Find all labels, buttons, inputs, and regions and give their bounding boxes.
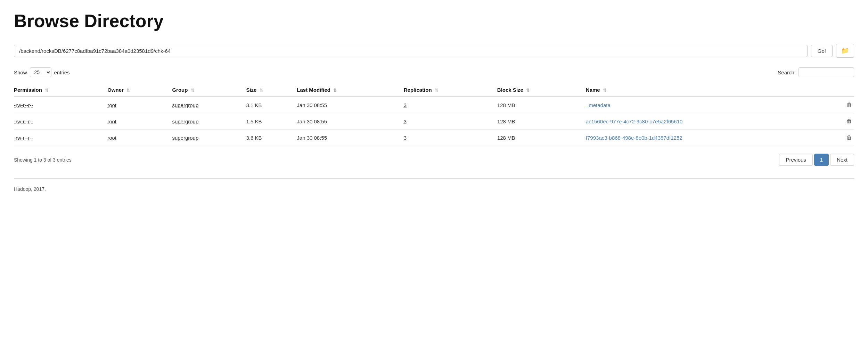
cell-owner: root — [107, 97, 172, 113]
path-input[interactable] — [14, 45, 808, 57]
table-row: -rw-r--r--rootsupergroup3.1 KBJan 30 08:… — [14, 97, 854, 113]
sort-icon-group[interactable]: ⇅ — [191, 88, 194, 93]
col-block-size: Block Size ⇅ — [497, 83, 586, 97]
cell-size: 3.6 KB — [246, 130, 297, 146]
col-replication: Replication ⇅ — [404, 83, 497, 97]
next-button[interactable]: Next — [830, 154, 854, 166]
cell-group-value: supergroup — [172, 119, 198, 124]
sort-icon-block-size[interactable]: ⇅ — [526, 88, 530, 93]
files-table: Permission ⇅ Owner ⇅ Group ⇅ Size ⇅ Last… — [14, 83, 854, 146]
sort-icon-name[interactable]: ⇅ — [603, 88, 606, 93]
cell-owner-value: root — [107, 135, 116, 141]
file-name-link[interactable]: f7993ac3-b868-498e-8e0b-1d4387df1252 — [586, 135, 682, 141]
cell-replication: 3 — [404, 97, 497, 113]
delete-button[interactable]: 🗑 — [844, 117, 854, 125]
footer-divider — [14, 178, 854, 179]
page-title: Browse Directory — [14, 10, 854, 31]
showing-text: Showing 1 to 3 of 3 entries — [14, 157, 72, 163]
col-group: Group ⇅ — [172, 83, 246, 97]
col-actions — [830, 83, 854, 97]
sort-icon-owner[interactable]: ⇅ — [126, 88, 130, 93]
path-row: Go! 📁 — [14, 44, 854, 58]
cell-block_size: 128 MB — [497, 130, 586, 146]
cell-name: _metadata — [586, 97, 830, 113]
sort-icon-permission[interactable]: ⇅ — [45, 88, 48, 93]
file-name-link[interactable]: ac1560ec-977e-4c72-9c80-c7e5a2f65610 — [586, 119, 683, 124]
col-last-modified: Last Modified ⇅ — [297, 83, 403, 97]
pagination-row: Showing 1 to 3 of 3 entries Previous 1 N… — [14, 154, 854, 166]
cell-permission: -rw-r--r-- — [14, 113, 107, 130]
previous-button[interactable]: Previous — [779, 154, 812, 166]
col-size: Size ⇅ — [246, 83, 297, 97]
entries-select[interactable]: 10 25 50 100 — [30, 67, 51, 77]
cell-block_size: 128 MB — [497, 113, 586, 130]
cell-delete: 🗑 — [830, 113, 854, 130]
cell-name: ac1560ec-977e-4c72-9c80-c7e5a2f65610 — [586, 113, 830, 130]
cell-permission-value: -rw-r--r-- — [14, 102, 33, 108]
sort-icon-last-modified[interactable]: ⇅ — [333, 88, 337, 93]
cell-group-value: supergroup — [172, 135, 198, 141]
delete-button[interactable]: 🗑 — [844, 134, 854, 141]
cell-permission: -rw-r--r-- — [14, 130, 107, 146]
cell-last_modified: Jan 30 08:55 — [297, 130, 403, 146]
cell-owner: root — [107, 113, 172, 130]
page-1-button[interactable]: 1 — [814, 154, 829, 166]
cell-group: supergroup — [172, 97, 246, 113]
search-input[interactable] — [799, 67, 854, 77]
cell-group: supergroup — [172, 130, 246, 146]
cell-replication-value: 3 — [404, 135, 407, 141]
cell-permission-value: -rw-r--r-- — [14, 135, 33, 141]
cell-size: 3.1 KB — [246, 97, 297, 113]
pagination-buttons: Previous 1 Next — [779, 154, 854, 166]
cell-replication-value: 3 — [404, 119, 407, 124]
cell-replication-value: 3 — [404, 102, 407, 108]
col-name: Name ⇅ — [586, 83, 830, 97]
cell-owner: root — [107, 130, 172, 146]
go-button[interactable]: Go! — [811, 45, 833, 57]
sort-icon-size[interactable]: ⇅ — [260, 88, 263, 93]
cell-name: f7993ac3-b868-498e-8e0b-1d4387df1252 — [586, 130, 830, 146]
cell-size: 1.5 KB — [246, 113, 297, 130]
cell-last_modified: Jan 30 08:55 — [297, 97, 403, 113]
cell-delete: 🗑 — [830, 97, 854, 113]
delete-button[interactable]: 🗑 — [844, 101, 854, 109]
sort-icon-replication[interactable]: ⇅ — [435, 88, 438, 93]
folder-icon: 📁 — [841, 47, 849, 55]
col-permission: Permission ⇅ — [14, 83, 107, 97]
cell-permission: -rw-r--r-- — [14, 97, 107, 113]
table-row: -rw-r--r--rootsupergroup1.5 KBJan 30 08:… — [14, 113, 854, 130]
footer: Hadoop, 2017. — [14, 186, 854, 192]
show-label: Show — [14, 70, 27, 75]
show-entries: Show 10 25 50 100 entries — [14, 67, 70, 77]
folder-button[interactable]: 📁 — [836, 44, 854, 58]
table-header-row: Permission ⇅ Owner ⇅ Group ⇅ Size ⇅ Last… — [14, 83, 854, 97]
search-label: Search: — [778, 70, 796, 75]
cell-delete: 🗑 — [830, 130, 854, 146]
controls-row: Show 10 25 50 100 entries Search: — [14, 67, 854, 77]
entries-label: entries — [54, 70, 70, 75]
cell-permission-value: -rw-r--r-- — [14, 119, 33, 124]
cell-replication: 3 — [404, 113, 497, 130]
cell-owner-value: root — [107, 102, 116, 108]
cell-block_size: 128 MB — [497, 97, 586, 113]
cell-group: supergroup — [172, 113, 246, 130]
cell-group-value: supergroup — [172, 102, 198, 108]
search-row: Search: — [778, 67, 854, 77]
cell-replication: 3 — [404, 130, 497, 146]
cell-owner-value: root — [107, 119, 116, 124]
table-row: -rw-r--r--rootsupergroup3.6 KBJan 30 08:… — [14, 130, 854, 146]
cell-last_modified: Jan 30 08:55 — [297, 113, 403, 130]
col-owner: Owner ⇅ — [107, 83, 172, 97]
file-name-link[interactable]: _metadata — [586, 102, 611, 108]
